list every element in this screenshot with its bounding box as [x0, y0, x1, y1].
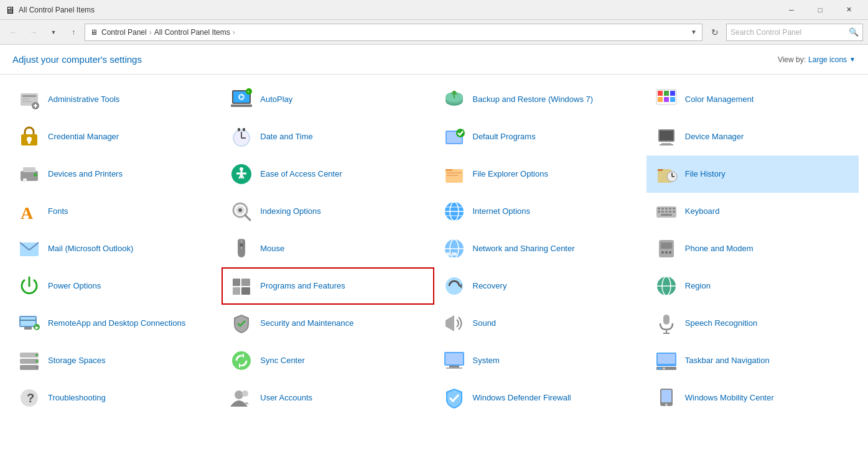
item-phone-modem[interactable]: Phone and Modem — [646, 230, 859, 267]
svg-rect-77 — [665, 211, 668, 213]
mouse-icon — [229, 236, 254, 261]
svg-rect-88 — [446, 252, 450, 256]
item-keyboard[interactable]: Keyboard — [646, 193, 859, 230]
svg-rect-87 — [452, 252, 457, 256]
svg-line-62 — [245, 215, 250, 220]
item-color-management[interactable]: Color Management — [646, 81, 859, 118]
item-date-and-time[interactable]: Date and Time — [222, 118, 434, 155]
close-button[interactable]: ✕ — [834, 0, 863, 20]
sound-label: Sound — [473, 318, 497, 329]
date-and-time-icon — [229, 124, 254, 149]
remoteapp-label: RemoteApp and Desktop Connections — [48, 318, 185, 329]
svg-text:+: + — [247, 90, 250, 94]
up-button[interactable]: ↑ — [65, 24, 82, 41]
windows-defender-label: Windows Defender Firewall — [473, 393, 571, 404]
item-recovery[interactable]: Recovery — [434, 267, 646, 305]
svg-rect-129 — [658, 354, 675, 364]
minimize-button[interactable]: ─ — [777, 0, 806, 20]
item-internet-options[interactable]: Internet Options — [434, 193, 646, 230]
item-credential-manager[interactable]: Credential Manager — [9, 118, 222, 155]
address-box[interactable]: 🖥 Control Panel › All Control Panel Item… — [85, 24, 702, 41]
item-power-options[interactable]: Power Options — [9, 267, 222, 305]
item-taskbar-navigation[interactable]: Taskbar and Navigation — [646, 342, 859, 379]
svg-rect-76 — [661, 211, 664, 213]
view-by-value[interactable]: Large icons — [808, 55, 847, 64]
svg-rect-33 — [238, 128, 240, 131]
keyboard-label: Keyboard — [685, 206, 720, 217]
item-devices-and-printers[interactable]: Devices and Printers — [9, 155, 222, 193]
network-sharing-icon — [442, 236, 467, 261]
recent-locations-button[interactable]: ▼ — [45, 24, 62, 41]
file-history-icon — [654, 162, 679, 187]
svg-rect-23 — [658, 97, 663, 102]
device-manager-label: Device Manager — [685, 132, 744, 142]
search-box[interactable]: Search Control Panel 🔍 — [726, 24, 863, 41]
item-user-accounts[interactable]: User Accounts — [222, 379, 434, 417]
svg-rect-78 — [669, 211, 671, 213]
svg-rect-28 — [28, 141, 30, 144]
svg-rect-11 — [231, 104, 252, 107]
item-file-history[interactable]: File History — [646, 155, 859, 193]
mail-label: Mail (Microsoft Outlook) — [48, 244, 133, 254]
forward-button[interactable]: → — [25, 24, 42, 41]
svg-rect-54 — [447, 175, 458, 176]
svg-point-135 — [235, 390, 243, 399]
item-file-explorer-options[interactable]: File Explorer Options — [434, 155, 646, 193]
item-mail[interactable]: Mail (Microsoft Outlook) — [9, 230, 222, 267]
backup-restore-label: Backup and Restore (Windows 7) — [473, 95, 594, 105]
chevron-down-icon[interactable]: ▼ — [849, 56, 856, 63]
item-storage-spaces[interactable]: Storage Spaces — [9, 342, 222, 379]
sync-center-label: Sync Center — [260, 356, 305, 366]
item-windows-mobility[interactable]: Windows Mobility Center — [646, 379, 859, 417]
item-sound[interactable]: Sound — [434, 305, 646, 342]
maximize-button[interactable]: □ — [806, 0, 834, 20]
item-indexing-options[interactable]: Indexing Options — [222, 193, 434, 230]
indexing-options-icon — [229, 199, 254, 224]
svg-rect-24 — [664, 97, 669, 102]
keyboard-icon — [654, 199, 679, 224]
item-troubleshooting[interactable]: ?Troubleshooting — [9, 379, 222, 417]
item-default-programs[interactable]: Default Programs — [434, 118, 646, 155]
svg-rect-2 — [22, 98, 29, 99]
address-control-panel[interactable]: Control Panel — [101, 28, 147, 37]
item-device-manager[interactable]: Device Manager — [646, 118, 859, 155]
phone-modem-label: Phone and Modem — [685, 244, 754, 254]
item-administrative-tools[interactable]: Administrative Tools — [9, 81, 222, 118]
svg-rect-70 — [658, 208, 660, 210]
item-region[interactable]: Region — [646, 267, 859, 305]
ease-of-access-label: Ease of Access Center — [260, 169, 342, 180]
svg-rect-106 — [24, 327, 32, 330]
back-button[interactable]: ← — [5, 24, 22, 41]
mouse-label: Mouse — [260, 244, 284, 254]
item-programs-features[interactable]: Programs and Features — [222, 267, 434, 305]
svg-point-118 — [35, 354, 38, 356]
titlebar-title: All Control Panel Items — [19, 6, 777, 14]
address-dropdown-button[interactable]: ▼ — [691, 29, 697, 35]
item-fonts[interactable]: AFonts — [9, 193, 222, 230]
network-sharing-label: Network and Sharing Center — [473, 244, 575, 254]
svg-rect-41 — [660, 144, 673, 145]
item-backup-restore[interactable]: Backup and Restore (Windows 7) — [434, 81, 646, 118]
item-security-maintenance[interactable]: Security and Maintenance — [222, 305, 434, 342]
refresh-button[interactable]: ↻ — [706, 24, 724, 41]
item-autoplay[interactable]: +AutoPlay — [222, 81, 434, 118]
item-windows-defender[interactable]: Windows Defender Firewall — [434, 379, 646, 417]
item-ease-of-access[interactable]: Ease of Access Center — [222, 155, 434, 193]
phone-modem-icon — [654, 236, 679, 261]
address-all-items[interactable]: All Control Panel Items — [154, 28, 230, 37]
default-programs-label: Default Programs — [473, 132, 536, 142]
header: Adjust your computer's settings View by:… — [0, 45, 868, 75]
file-explorer-options-icon — [442, 162, 467, 187]
item-remoteapp[interactable]: ▶RemoteApp and Desktop Connections — [9, 305, 222, 342]
svg-rect-44 — [23, 178, 27, 182]
color-management-icon — [654, 87, 679, 112]
svg-rect-80 — [661, 214, 672, 216]
item-system[interactable]: System — [434, 342, 646, 379]
troubleshooting-label: Troubleshooting — [48, 393, 106, 404]
item-mouse[interactable]: Mouse — [222, 230, 434, 267]
page-title: Adjust your computer's settings — [12, 54, 778, 65]
svg-point-83 — [240, 243, 243, 247]
item-sync-center[interactable]: Sync Center — [222, 342, 434, 379]
item-network-sharing[interactable]: Network and Sharing Center — [434, 230, 646, 267]
item-speech-recognition[interactable]: Speech Recognition — [646, 305, 859, 342]
